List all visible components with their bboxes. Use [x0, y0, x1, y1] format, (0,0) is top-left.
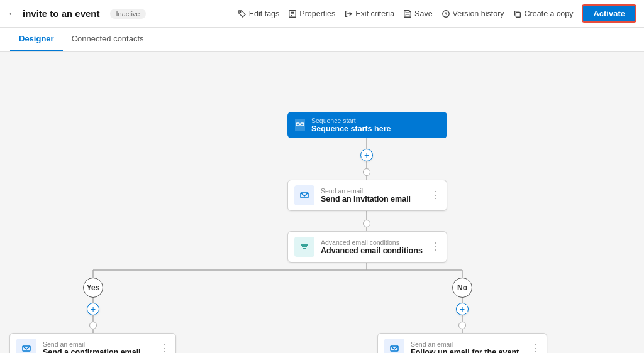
send-email-1-icon: [294, 185, 314, 205]
sequence-start-icon: [295, 119, 305, 131]
add-button-left[interactable]: +: [87, 303, 99, 315]
send-email-1-node: Send an email Send an invitation email ⋮: [287, 180, 447, 211]
svg-rect-27: [296, 123, 299, 126]
add-button-1[interactable]: +: [360, 149, 373, 161]
status-badge: Inactive: [110, 9, 147, 19]
tabs: Designer Connected contacts: [0, 28, 644, 52]
svg-point-0: [240, 11, 241, 13]
add-button-right[interactable]: +: [456, 303, 469, 315]
sequence-start-node: Sequence start Sequence starts here: [287, 112, 447, 138]
followup-email-icon: [384, 339, 404, 353]
header-actions: Edit tags Properties Exit criteria Save …: [238, 4, 636, 23]
followup-email-name: Follow up email for the event: [411, 348, 524, 353]
send-email-1-name: Send an invitation email: [321, 195, 424, 204]
yes-branch-label: Yes: [83, 278, 103, 298]
tab-designer[interactable]: Designer: [10, 28, 63, 51]
confirmation-email-menu[interactable]: ⋮: [159, 344, 169, 353]
page-title: invite to an event: [23, 8, 100, 19]
advanced-conditions-name: Advanced email conditions: [321, 246, 424, 255]
send-email-1-menu[interactable]: ⋮: [430, 190, 440, 200]
sequence-start-name: Sequence starts here: [311, 124, 440, 133]
sequence-start-label: Sequence start: [311, 117, 440, 124]
confirmation-email-node: Send an email Send a confirmation email …: [9, 333, 176, 353]
advanced-conditions-icon: [294, 237, 314, 257]
advanced-conditions-menu[interactable]: ⋮: [430, 242, 440, 252]
followup-email-menu[interactable]: ⋮: [530, 344, 540, 353]
version-history-button[interactable]: Version history: [441, 9, 504, 18]
followup-email-label: Send an email: [411, 340, 524, 348]
flow-canvas: Sequence start Sequence starts here + Se…: [0, 52, 644, 353]
send-email-1-label: Send an email: [321, 187, 424, 195]
confirmation-email-name: Send a confirmation email: [43, 348, 153, 353]
edit-tags-button[interactable]: Edit tags: [238, 9, 280, 18]
connector-circle-left: [89, 322, 97, 329]
advanced-conditions-node: Advanced email conditions Advanced email…: [287, 231, 447, 263]
svg-rect-6: [516, 12, 520, 17]
confirmation-email-icon: [16, 339, 36, 353]
exit-criteria-button[interactable]: Exit criteria: [344, 9, 394, 18]
connector-circle-2: [363, 220, 370, 227]
tab-connected-contacts[interactable]: Connected contacts: [63, 28, 153, 51]
followup-email-node: Send an email Follow up email for the ev…: [377, 333, 547, 353]
activate-button[interactable]: Activate: [582, 4, 636, 23]
connector-circle-right: [458, 322, 466, 329]
confirmation-email-label: Send an email: [43, 340, 153, 348]
svg-rect-28: [301, 123, 304, 126]
no-branch-label: No: [452, 278, 472, 298]
back-button[interactable]: ←: [8, 8, 18, 19]
advanced-conditions-label: Advanced email conditions: [321, 239, 424, 246]
header: ← invite to an event Inactive Edit tags …: [0, 0, 644, 28]
create-copy-button[interactable]: Create a copy: [513, 9, 574, 18]
properties-button[interactable]: Properties: [288, 9, 335, 18]
connector-circle-1: [363, 168, 370, 176]
save-button[interactable]: Save: [403, 9, 433, 18]
